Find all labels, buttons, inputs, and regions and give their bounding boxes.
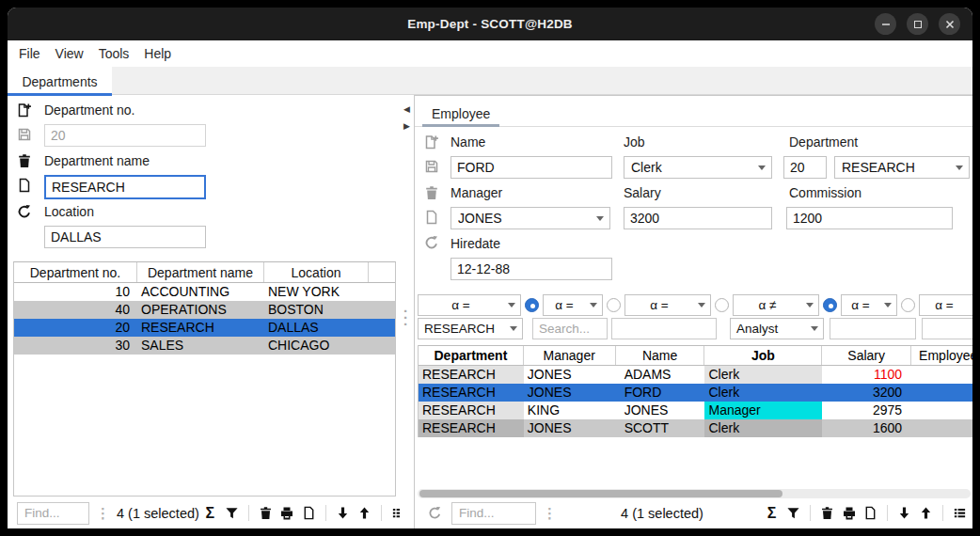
col-header-employee[interactable]: Employee — [911, 346, 972, 365]
move-up-button[interactable] — [354, 502, 375, 524]
col-header-department[interactable]: Department — [419, 346, 524, 365]
menu-item-help[interactable]: Help — [144, 46, 171, 61]
col-header-dept-name[interactable]: Department name — [137, 262, 264, 282]
chevron-down-icon[interactable] — [591, 208, 609, 229]
col-header-dept-no[interactable]: Department no. — [14, 262, 137, 282]
copy-record-button[interactable] — [17, 178, 32, 193]
filter-operator-combo-manager[interactable]: α = — [543, 294, 603, 316]
filter-operator-combo-employee[interactable]: α = — [919, 294, 972, 316]
print-button[interactable] — [277, 502, 298, 524]
salary-input[interactable] — [624, 207, 772, 229]
refresh-list-button[interactable] — [424, 502, 446, 524]
col-header-location[interactable]: Location — [264, 262, 369, 282]
minimize-button[interactable] — [875, 13, 896, 35]
filter-operator-combo-salary[interactable]: α = — [841, 294, 897, 316]
delete-record-button[interactable] — [17, 153, 32, 168]
filter-button[interactable] — [221, 502, 243, 524]
filter-value-input-manager[interactable] — [532, 318, 608, 339]
new-record-button[interactable] — [17, 102, 32, 118]
table-row[interactable]: RESEARCH KING JONES Manager 2975 — [419, 402, 972, 419]
col-header-name[interactable]: Name — [616, 346, 705, 365]
table-row[interactable]: 40 OPERATIONS BOSTON — [14, 301, 395, 319]
chevron-down-icon[interactable] — [752, 157, 771, 178]
department-combobox[interactable]: RESEARCH — [834, 156, 970, 179]
name-input[interactable] — [450, 156, 612, 179]
job-combobox[interactable]: Clerk — [624, 156, 772, 179]
dept-no-input[interactable] — [783, 156, 827, 179]
grip-handle[interactable]: ⋮ — [543, 505, 557, 522]
save-button[interactable] — [424, 159, 439, 174]
filter-radio-name[interactable] — [715, 298, 729, 312]
location-input[interactable] — [44, 226, 206, 248]
filter-radio-job[interactable] — [823, 298, 837, 312]
filter-value-combo-department[interactable]: RESEARCH — [418, 318, 523, 339]
delete-rows-button[interactable] — [816, 502, 838, 524]
filter-value-input-employee[interactable] — [922, 318, 972, 339]
expand-right-icon[interactable]: ▶ — [403, 121, 410, 131]
filter-button[interactable] — [782, 502, 804, 524]
printer-icon — [279, 506, 294, 521]
list-icon — [953, 506, 967, 520]
filter-operator-combo-department[interactable]: α = — [418, 294, 521, 316]
tab-departments[interactable]: Departments — [8, 67, 112, 96]
aggregate-button[interactable]: Σ — [761, 502, 782, 524]
horizontal-scrollbar[interactable] — [418, 489, 971, 498]
commission-input[interactable] — [786, 207, 953, 229]
aggregate-button[interactable]: Σ — [199, 502, 221, 524]
copy-record-button[interactable] — [424, 210, 439, 225]
copy-rows-button[interactable] — [298, 502, 320, 524]
move-down-button[interactable] — [893, 502, 915, 524]
copy-rows-button[interactable] — [860, 502, 881, 524]
filter-value-input-name[interactable] — [611, 318, 717, 339]
chevron-down-icon[interactable] — [950, 157, 969, 178]
manager-combobox[interactable]: JONES — [450, 207, 610, 229]
table-row[interactable]: 30 SALES CHICAGO — [14, 337, 395, 355]
tab-employee[interactable]: Employee — [422, 101, 499, 127]
print-button[interactable] — [838, 502, 860, 524]
menu-item-view[interactable]: View — [55, 46, 84, 61]
table-row[interactable]: RESEARCH JONES SCOTT Clerk 1600 — [419, 419, 972, 437]
find-input[interactable] — [17, 502, 89, 525]
table-row-selected[interactable]: 20 RESEARCH DALLAS — [14, 319, 395, 337]
toolbar-separator — [810, 505, 811, 521]
departments-table-header: Department no. Department name Location — [14, 262, 395, 283]
refresh-record-button[interactable] — [17, 204, 32, 219]
new-record-button[interactable] — [424, 134, 439, 150]
filter-value-combo-job[interactable]: Analyst — [730, 318, 824, 339]
maximize-button[interactable] — [907, 13, 928, 35]
table-row[interactable]: 10 ACCOUNTING NEW YORK — [14, 283, 395, 301]
filter-operator-combo-job[interactable]: α ≠ — [733, 294, 819, 316]
hiredate-input[interactable] — [450, 258, 612, 280]
dept-no-input[interactable] — [44, 124, 206, 147]
refresh-record-button[interactable] — [424, 235, 439, 250]
filter-radio-manager[interactable] — [607, 298, 621, 312]
list-view-button[interactable] — [949, 502, 971, 524]
filter-operator-combo-name[interactable]: α = — [624, 294, 711, 316]
scrollbar-thumb[interactable] — [419, 490, 782, 497]
find-input[interactable] — [451, 502, 536, 525]
cell-department: RESEARCH — [419, 402, 524, 419]
splitter-grip-icon[interactable]: ··· — [403, 307, 408, 327]
delete-rows-button[interactable] — [255, 502, 277, 524]
filter-radio-department[interactable] — [525, 298, 539, 312]
col-header-manager[interactable]: Manager — [524, 346, 616, 365]
move-up-button[interactable] — [915, 502, 937, 524]
table-row[interactable]: RESEARCH JONES ADAMS Clerk 1100 — [419, 366, 972, 384]
move-down-button[interactable] — [332, 502, 354, 524]
table-row-selected[interactable]: RESEARCH JONES FORD Clerk 3200 — [419, 384, 972, 402]
grip-handle[interactable]: ⋮ — [96, 505, 110, 522]
dept-name-input[interactable] — [44, 175, 206, 199]
col-header-job[interactable]: Job — [704, 346, 822, 365]
menu-item-tools[interactable]: Tools — [99, 46, 130, 61]
collapse-left-icon[interactable]: ◀ — [403, 104, 410, 114]
job-label: Job — [624, 134, 645, 150]
split-pane-divider[interactable]: ◀ ▶ ··· — [400, 95, 414, 528]
save-button[interactable] — [17, 127, 32, 142]
delete-record-button[interactable] — [424, 185, 439, 200]
content-area: Department no. Department name Location … — [8, 95, 972, 528]
filter-value-input-salary[interactable] — [830, 318, 916, 339]
menu-item-file[interactable]: File — [19, 46, 40, 61]
filter-radio-salary[interactable] — [901, 298, 915, 312]
close-button[interactable] — [939, 13, 960, 35]
col-header-salary[interactable]: Salary — [822, 346, 911, 365]
